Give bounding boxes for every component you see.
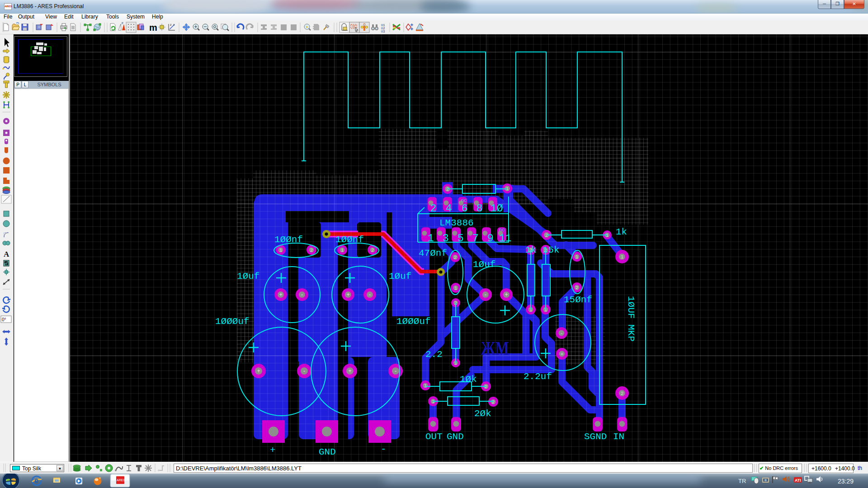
svg-text:-: - bbox=[381, 444, 387, 455]
svg-text:11: 11 bbox=[499, 233, 512, 244]
svg-text:nc: nc bbox=[461, 198, 467, 203]
svg-text:U3: U3 bbox=[381, 30, 385, 33]
svg-text:1k: 1k bbox=[616, 227, 627, 237]
svg-text:-: - bbox=[368, 292, 371, 298]
svg-text:ATI: ATI bbox=[795, 478, 801, 483]
svg-text:5: 5 bbox=[458, 233, 464, 244]
svg-text:nc: nc bbox=[499, 227, 505, 233]
svg-text:e: e bbox=[34, 477, 38, 484]
svg-text:+: + bbox=[257, 368, 260, 375]
svg-text:ЖM: ЖM bbox=[481, 338, 509, 359]
svg-text:-: - bbox=[560, 331, 563, 336]
svg-text:1: 1 bbox=[341, 248, 344, 253]
svg-text:GND: GND bbox=[319, 447, 336, 457]
svg-text:9: 9 bbox=[487, 233, 494, 244]
svg-text:m: m bbox=[149, 23, 157, 33]
svg-text:TR: TR bbox=[738, 478, 746, 484]
svg-text:-: - bbox=[394, 368, 397, 375]
svg-text:4: 4 bbox=[446, 203, 452, 215]
svg-text:1ØØØuf: 1ØØØuf bbox=[396, 316, 431, 327]
svg-text:47Ønf: 47Ønf bbox=[419, 248, 447, 258]
svg-text:1: 1 bbox=[428, 233, 434, 244]
svg-text:1ØØnf: 1ØØnf bbox=[274, 235, 303, 245]
svg-text:1Ø: 1Ø bbox=[491, 203, 503, 215]
svg-text:6: 6 bbox=[462, 203, 468, 215]
svg-text:ARES: ARES bbox=[117, 479, 125, 482]
svg-text:2: 2 bbox=[371, 248, 374, 253]
svg-text:1: 1 bbox=[279, 248, 283, 253]
svg-text:15Ønf: 15Ønf bbox=[564, 295, 592, 305]
svg-text:x: x bbox=[173, 23, 175, 26]
svg-text:+: + bbox=[279, 292, 282, 298]
svg-text:1: 1 bbox=[454, 286, 458, 291]
svg-text:1ØØØuf: 1ØØØuf bbox=[215, 316, 250, 327]
svg-text:1Øuf: 1Øuf bbox=[237, 271, 259, 282]
svg-text:2: 2 bbox=[454, 255, 457, 260]
svg-text:-: - bbox=[484, 292, 487, 298]
svg-text:SGND: SGND bbox=[584, 432, 607, 442]
svg-text:OUT: OUT bbox=[425, 432, 443, 442]
svg-text:+: + bbox=[561, 352, 564, 357]
svg-text:2.2uf: 2.2uf bbox=[524, 371, 552, 382]
svg-text:23:29: 23:29 bbox=[838, 478, 854, 485]
svg-text:z: z bbox=[170, 23, 172, 26]
svg-text:A: A bbox=[4, 250, 9, 258]
svg-text:1Øuf: 1Øuf bbox=[473, 259, 495, 270]
svg-text:+: + bbox=[346, 292, 349, 298]
svg-text:1k 15k: 1k 15k bbox=[525, 245, 560, 255]
svg-text:3: 3 bbox=[443, 233, 449, 244]
svg-text:7: 7 bbox=[472, 233, 479, 244]
svg-text:2: 2 bbox=[310, 248, 313, 253]
svg-text:+: + bbox=[505, 292, 508, 298]
svg-text:LM3886: LM3886 bbox=[439, 218, 474, 228]
svg-text:2: 2 bbox=[492, 399, 495, 405]
svg-text:2: 2 bbox=[621, 391, 624, 396]
svg-text:IN: IN bbox=[613, 432, 624, 442]
svg-text:GND: GND bbox=[447, 432, 464, 442]
svg-text:+: + bbox=[270, 445, 276, 455]
svg-text:2: 2 bbox=[576, 285, 579, 291]
svg-text:1: 1 bbox=[621, 254, 624, 260]
svg-text:1Øk: 1Øk bbox=[460, 374, 477, 385]
svg-text:2.2: 2.2 bbox=[425, 349, 443, 360]
svg-text:F: F bbox=[122, 22, 123, 25]
svg-text:-: - bbox=[302, 368, 306, 375]
svg-text:8: 8 bbox=[476, 203, 483, 215]
svg-text:1ØØnf: 1ØØnf bbox=[335, 235, 364, 245]
svg-text:+: + bbox=[348, 368, 351, 375]
svg-text:0°: 0° bbox=[2, 317, 6, 322]
svg-text:1Øuf: 1Øuf bbox=[389, 271, 411, 282]
svg-text:-: - bbox=[300, 292, 303, 298]
svg-text:2Øk: 2Øk bbox=[474, 408, 491, 419]
svg-text:2: 2 bbox=[430, 203, 437, 215]
svg-text:1ØUF MKP: 1ØUF MKP bbox=[626, 296, 636, 342]
svg-text:1: 1 bbox=[576, 254, 579, 260]
svg-text:1: 1 bbox=[424, 383, 427, 389]
